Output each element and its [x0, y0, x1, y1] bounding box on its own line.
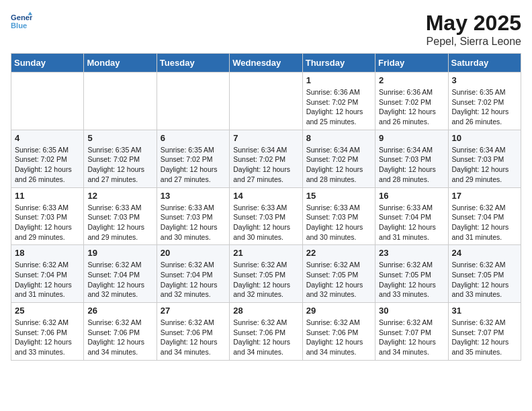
calendar-cell: 3Sunrise: 6:35 AM Sunset: 7:02 PM Daylig…	[448, 73, 521, 130]
calendar-cell: 22Sunrise: 6:32 AM Sunset: 7:05 PM Dayli…	[302, 245, 375, 303]
day-info: Sunrise: 6:33 AM Sunset: 7:03 PM Dayligh…	[87, 203, 152, 242]
calendar-cell	[157, 73, 229, 130]
calendar-cell: 17Sunrise: 6:32 AM Sunset: 7:04 PM Dayli…	[448, 187, 521, 245]
calendar-cell: 31Sunrise: 6:32 AM Sunset: 7:07 PM Dayli…	[448, 303, 521, 361]
day-number: 21	[233, 248, 298, 258]
calendar-week-row: 4Sunrise: 6:35 AM Sunset: 7:02 PM Daylig…	[11, 130, 521, 187]
calendar-cell: 20Sunrise: 6:32 AM Sunset: 7:04 PM Dayli…	[157, 245, 229, 303]
calendar-cell: 1Sunrise: 6:36 AM Sunset: 7:02 PM Daylig…	[302, 73, 375, 130]
svg-text:Blue: Blue	[11, 21, 27, 30]
calendar-cell: 9Sunrise: 6:34 AM Sunset: 7:03 PM Daylig…	[375, 130, 448, 187]
day-number: 31	[452, 306, 517, 316]
calendar-cell: 13Sunrise: 6:33 AM Sunset: 7:03 PM Dayli…	[157, 187, 229, 245]
day-number: 15	[306, 191, 371, 201]
day-number: 7	[233, 133, 298, 143]
day-number: 19	[87, 248, 152, 258]
day-number: 1	[306, 75, 371, 85]
calendar-week-row: 18Sunrise: 6:32 AM Sunset: 7:04 PM Dayli…	[11, 245, 521, 303]
calendar-cell: 8Sunrise: 6:34 AM Sunset: 7:02 PM Daylig…	[302, 130, 375, 187]
day-number: 23	[379, 248, 444, 258]
logo-icon: General Blue	[11, 11, 32, 32]
calendar-cell: 29Sunrise: 6:32 AM Sunset: 7:06 PM Dayli…	[302, 303, 375, 361]
calendar-cell: 10Sunrise: 6:34 AM Sunset: 7:03 PM Dayli…	[448, 130, 521, 187]
day-info: Sunrise: 6:32 AM Sunset: 7:06 PM Dayligh…	[15, 318, 80, 357]
month-title: May 2025	[426, 11, 521, 36]
day-info: Sunrise: 6:32 AM Sunset: 7:05 PM Dayligh…	[233, 260, 298, 300]
day-number: 17	[452, 191, 517, 201]
calendar-cell: 4Sunrise: 6:35 AM Sunset: 7:02 PM Daylig…	[11, 130, 84, 187]
day-number: 16	[379, 191, 444, 201]
day-number: 2	[379, 75, 444, 85]
calendar-week-row: 25Sunrise: 6:32 AM Sunset: 7:06 PM Dayli…	[11, 303, 521, 361]
calendar-cell: 25Sunrise: 6:32 AM Sunset: 7:06 PM Dayli…	[11, 303, 84, 361]
day-number: 13	[161, 191, 226, 201]
calendar-week-row: 1Sunrise: 6:36 AM Sunset: 7:02 PM Daylig…	[11, 73, 521, 130]
day-info: Sunrise: 6:32 AM Sunset: 7:05 PM Dayligh…	[452, 260, 517, 300]
page-header: General Blue May 2025 Pepel, Sierra Leon…	[11, 11, 521, 48]
calendar-cell: 6Sunrise: 6:35 AM Sunset: 7:02 PM Daylig…	[157, 130, 229, 187]
calendar-cell: 28Sunrise: 6:32 AM Sunset: 7:06 PM Dayli…	[230, 303, 302, 361]
day-info: Sunrise: 6:34 AM Sunset: 7:03 PM Dayligh…	[379, 145, 444, 185]
weekday-header-row: SundayMondayTuesdayWednesdayThursdayFrid…	[11, 54, 521, 73]
day-number: 22	[306, 248, 371, 258]
day-number: 26	[87, 306, 152, 316]
day-info: Sunrise: 6:34 AM Sunset: 7:03 PM Dayligh…	[452, 145, 517, 185]
calendar-cell: 21Sunrise: 6:32 AM Sunset: 7:05 PM Dayli…	[230, 245, 302, 303]
day-info: Sunrise: 6:36 AM Sunset: 7:02 PM Dayligh…	[379, 87, 444, 127]
day-number: 25	[15, 306, 80, 316]
weekday-header: Tuesday	[157, 54, 229, 73]
day-number: 5	[87, 133, 152, 143]
day-info: Sunrise: 6:32 AM Sunset: 7:06 PM Dayligh…	[161, 318, 226, 357]
day-number: 24	[452, 248, 517, 258]
calendar-cell: 11Sunrise: 6:33 AM Sunset: 7:03 PM Dayli…	[11, 187, 84, 245]
calendar-cell: 14Sunrise: 6:33 AM Sunset: 7:03 PM Dayli…	[230, 187, 302, 245]
calendar-cell: 5Sunrise: 6:35 AM Sunset: 7:02 PM Daylig…	[84, 130, 157, 187]
day-number: 11	[15, 191, 80, 201]
day-info: Sunrise: 6:34 AM Sunset: 7:02 PM Dayligh…	[306, 145, 371, 185]
day-number: 3	[452, 75, 517, 85]
title-block: May 2025 Pepel, Sierra Leone	[426, 11, 521, 48]
day-info: Sunrise: 6:32 AM Sunset: 7:06 PM Dayligh…	[87, 318, 152, 357]
day-info: Sunrise: 6:32 AM Sunset: 7:07 PM Dayligh…	[452, 318, 517, 357]
weekday-header: Wednesday	[230, 54, 302, 73]
day-number: 12	[87, 191, 152, 201]
day-number: 4	[15, 133, 80, 143]
calendar-cell: 24Sunrise: 6:32 AM Sunset: 7:05 PM Dayli…	[448, 245, 521, 303]
weekday-header: Friday	[375, 54, 448, 73]
day-number: 10	[452, 133, 517, 143]
calendar-cell: 18Sunrise: 6:32 AM Sunset: 7:04 PM Dayli…	[11, 245, 84, 303]
calendar-cell: 26Sunrise: 6:32 AM Sunset: 7:06 PM Dayli…	[84, 303, 157, 361]
location-title: Pepel, Sierra Leone	[426, 36, 521, 48]
day-info: Sunrise: 6:36 AM Sunset: 7:02 PM Dayligh…	[306, 87, 371, 127]
day-info: Sunrise: 6:34 AM Sunset: 7:02 PM Dayligh…	[233, 145, 298, 185]
day-info: Sunrise: 6:32 AM Sunset: 7:04 PM Dayligh…	[15, 260, 80, 300]
calendar-cell: 2Sunrise: 6:36 AM Sunset: 7:02 PM Daylig…	[375, 73, 448, 130]
calendar-cell	[230, 73, 302, 130]
day-info: Sunrise: 6:32 AM Sunset: 7:05 PM Dayligh…	[379, 260, 444, 300]
day-number: 20	[161, 248, 226, 258]
logo: General Blue	[11, 11, 32, 32]
calendar-cell	[84, 73, 157, 130]
day-info: Sunrise: 6:35 AM Sunset: 7:02 PM Dayligh…	[452, 87, 517, 127]
weekday-header: Saturday	[448, 54, 521, 73]
calendar-cell: 23Sunrise: 6:32 AM Sunset: 7:05 PM Dayli…	[375, 245, 448, 303]
weekday-header: Thursday	[302, 54, 375, 73]
day-number: 29	[306, 306, 371, 316]
weekday-header: Monday	[84, 54, 157, 73]
calendar-cell: 30Sunrise: 6:32 AM Sunset: 7:07 PM Dayli…	[375, 303, 448, 361]
day-number: 30	[379, 306, 444, 316]
calendar-table: SundayMondayTuesdayWednesdayThursdayFrid…	[11, 53, 521, 361]
day-number: 9	[379, 133, 444, 143]
day-number: 18	[15, 248, 80, 258]
day-info: Sunrise: 6:32 AM Sunset: 7:04 PM Dayligh…	[452, 203, 517, 242]
calendar-cell: 12Sunrise: 6:33 AM Sunset: 7:03 PM Dayli…	[84, 187, 157, 245]
day-info: Sunrise: 6:32 AM Sunset: 7:06 PM Dayligh…	[233, 318, 298, 357]
day-info: Sunrise: 6:33 AM Sunset: 7:03 PM Dayligh…	[15, 203, 80, 242]
calendar-cell: 16Sunrise: 6:33 AM Sunset: 7:04 PM Dayli…	[375, 187, 448, 245]
day-info: Sunrise: 6:32 AM Sunset: 7:05 PM Dayligh…	[306, 260, 371, 300]
calendar-cell: 15Sunrise: 6:33 AM Sunset: 7:03 PM Dayli…	[302, 187, 375, 245]
day-info: Sunrise: 6:33 AM Sunset: 7:03 PM Dayligh…	[233, 203, 298, 242]
day-info: Sunrise: 6:32 AM Sunset: 7:04 PM Dayligh…	[87, 260, 152, 300]
day-number: 28	[233, 306, 298, 316]
day-info: Sunrise: 6:33 AM Sunset: 7:03 PM Dayligh…	[161, 203, 226, 242]
